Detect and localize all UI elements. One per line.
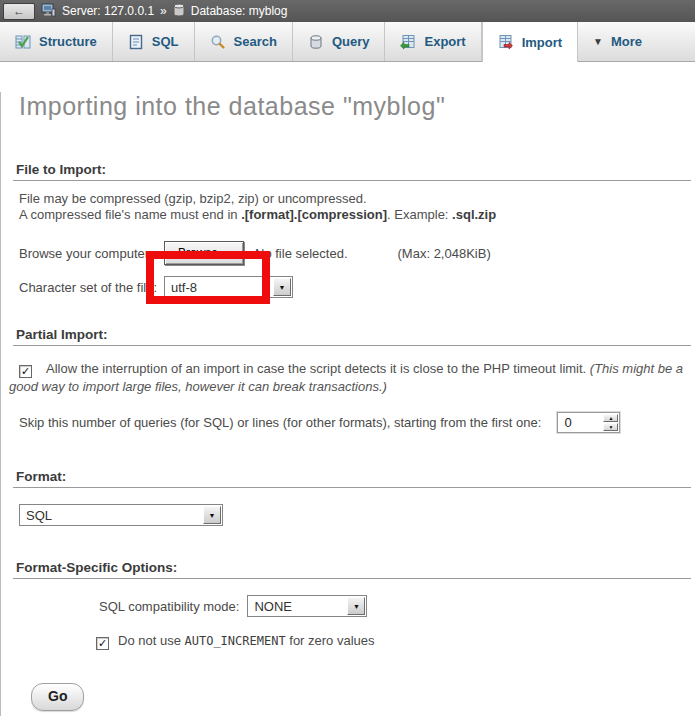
breadcrumb-server[interactable]: Server: 127.0.0.1 — [62, 4, 154, 18]
tab-more[interactable]: ▼ More — [578, 22, 657, 61]
select-arrow-icon: ▼ — [273, 278, 291, 296]
section-file-to-import: File to Import: — [13, 162, 691, 181]
tab-sql[interactable]: SQL — [113, 22, 195, 61]
select-arrow-icon: ▼ — [347, 597, 365, 615]
import-page: Importing into the database "myblog" Fil… — [0, 92, 695, 716]
allow-interruption-row: ✓Allow the interruption of an import in … — [9, 360, 687, 395]
browse-button[interactable]: Browse… — [164, 241, 244, 265]
section-format-options: Format-Specific Options: — [13, 560, 691, 579]
charset-label: Character set of the file: — [19, 280, 164, 295]
allow-interruption-checkbox[interactable]: ✓ — [19, 365, 32, 378]
sql-icon — [128, 34, 144, 50]
file-selected-status: No file selected. — [255, 246, 348, 261]
tab-label: Structure — [39, 34, 97, 49]
tab-label: Export — [424, 34, 465, 49]
tab-label: Query — [332, 34, 370, 49]
spinner-down-icon[interactable]: ▼ — [603, 423, 618, 431]
breadcrumb-bar: ← Server: 127.0.0.1 » Database: myblog — [0, 0, 695, 22]
database-icon — [173, 3, 185, 19]
auto-increment-text-suffix: for zero values — [286, 633, 375, 648]
compression-note-line2: A compressed file's name must end in .[f… — [19, 207, 695, 223]
breadcrumb-database[interactable]: Database: myblog — [191, 4, 288, 18]
auto-increment-text-prefix: Do not use — [118, 633, 185, 648]
skip-queries-input[interactable]: 0 ▲ ▼ — [557, 412, 620, 433]
compression-note-line1: File may be compressed (gzip, bzip2, zip… — [19, 191, 695, 207]
format-select[interactable]: SQL ▼ — [19, 504, 223, 526]
section-format: Format: — [13, 469, 691, 488]
skip-queries-value: 0 — [558, 413, 602, 432]
spinner-up-icon[interactable]: ▲ — [603, 414, 618, 422]
tab-import[interactable]: Import — [482, 22, 578, 62]
format-selected-value: SQL — [26, 508, 52, 523]
structure-icon — [15, 34, 31, 50]
chevron-down-icon: ▼ — [593, 36, 603, 47]
import-icon — [498, 34, 514, 50]
search-icon — [210, 34, 226, 50]
max-upload-size: (Max: 2,048KiB) — [398, 246, 491, 261]
charset-select[interactable]: utf-8 ▼ — [164, 276, 293, 298]
auto-increment-keyword: AUTO_INCREMENT — [185, 634, 286, 648]
tab-export[interactable]: Export — [385, 22, 481, 61]
tab-label: Search — [234, 34, 277, 49]
tab-label: SQL — [152, 34, 179, 49]
spinner: ▲ ▼ — [602, 413, 619, 432]
tab-label: Import — [522, 35, 562, 50]
charset-row: Character set of the file: utf-8 ▼ — [19, 276, 695, 298]
back-button[interactable]: ← — [3, 3, 35, 20]
page-title: Importing into the database "myblog" — [19, 92, 695, 121]
sql-compatibility-row: SQL compatibility mode: NONE ▼ — [99, 595, 695, 617]
server-icon — [41, 3, 56, 19]
auto-increment-checkbox[interactable]: ✓ — [96, 637, 109, 650]
allow-interruption-text: Allow the interruption of an import in c… — [46, 361, 590, 376]
select-arrow-icon: ▼ — [203, 506, 221, 524]
tab-bar: Structure SQL Search Query — [0, 22, 695, 62]
sql-compatibility-select[interactable]: NONE ▼ — [247, 595, 367, 617]
auto-increment-row: ✓Do not use AUTO_INCREMENT for zero valu… — [96, 633, 695, 650]
back-arrow-icon: ← — [13, 5, 25, 17]
browse-label: Browse your computer: — [19, 246, 164, 261]
tab-structure[interactable]: Structure — [0, 22, 113, 61]
tab-query[interactable]: Query — [293, 22, 386, 61]
sql-compatibility-value: NONE — [254, 599, 292, 614]
file-upload-row: Browse your computer: Browse… No file se… — [19, 240, 695, 266]
section-partial-import: Partial Import: — [13, 327, 691, 346]
tab-search[interactable]: Search — [195, 22, 293, 61]
go-button[interactable]: Go — [31, 683, 84, 711]
breadcrumb-separator: » — [160, 4, 167, 18]
skip-queries-row: Skip this number of queries (for SQL) or… — [19, 412, 695, 433]
skip-queries-label: Skip this number of queries (for SQL) or… — [19, 415, 541, 430]
export-icon — [400, 34, 416, 50]
sql-compatibility-label: SQL compatibility mode: — [99, 599, 239, 614]
charset-selected-value: utf-8 — [171, 280, 197, 295]
query-icon — [308, 34, 324, 50]
tab-label: More — [611, 34, 642, 49]
